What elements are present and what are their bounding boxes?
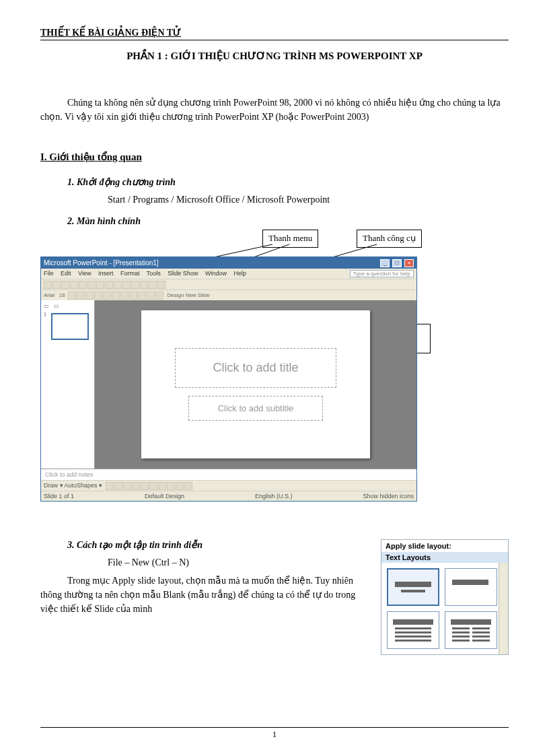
align-center-icon[interactable] xyxy=(112,291,120,300)
menu-view[interactable]: View xyxy=(78,270,91,277)
menu-window[interactable]: Window xyxy=(205,270,227,277)
intro-paragraph: Chúng ta không nên sử dụng chương trình … xyxy=(40,96,509,124)
font-color-icon[interactable] xyxy=(155,291,163,300)
layout-title-only[interactable] xyxy=(445,568,497,606)
menu-file[interactable]: File xyxy=(44,270,54,277)
ppt-menubar[interactable]: File Edit View Insert Format Tools Slide… xyxy=(41,269,416,279)
menu-insert[interactable]: Insert xyxy=(98,270,114,277)
wordart-icon[interactable] xyxy=(149,482,157,490)
page-number: 1 xyxy=(272,729,277,739)
status-hidden-icons[interactable]: Show hidden icons xyxy=(363,493,414,500)
spell-icon[interactable] xyxy=(87,281,96,289)
title-placeholder[interactable]: Click to add title xyxy=(175,348,336,388)
save-icon[interactable] xyxy=(61,281,69,289)
slide-layout-pane[interactable]: Apply slide layout: Text Layouts xyxy=(381,539,509,655)
page-footer: 1 xyxy=(40,727,509,740)
menu-edit[interactable]: Edit xyxy=(61,270,71,277)
slide-panel[interactable]: ▭ ▭ 1 xyxy=(41,300,95,469)
standard-toolbar[interactable] xyxy=(41,279,416,289)
linecolor-icon[interactable] xyxy=(176,482,184,490)
open-icon[interactable] xyxy=(52,281,61,289)
font-name-combo[interactable]: Arial xyxy=(44,292,54,298)
layout-title-slide[interactable] xyxy=(387,568,439,606)
document-header: THIẾT KẾ BÀI GIẢNG ĐIỆN TỬ xyxy=(40,27,509,40)
clipart-icon[interactable] xyxy=(158,482,166,490)
minimize-icon[interactable]: _ xyxy=(380,259,390,267)
shadow-icon[interactable] xyxy=(94,291,102,300)
fillcolor-icon[interactable] xyxy=(167,482,175,490)
slide-thumb-number: 1 xyxy=(44,312,46,318)
menu-items[interactable]: File Edit View Insert Format Tools Slide… xyxy=(44,270,252,277)
panel-tabs[interactable]: ▭ ▭ xyxy=(44,303,92,309)
powerpoint-window: Microsoft PowerPoint - [Presentation1] _… xyxy=(40,256,417,502)
layout-category: Text Layouts xyxy=(381,552,508,563)
menu-slideshow[interactable]: Slide Show xyxy=(168,270,198,277)
bullets-icon[interactable] xyxy=(129,291,137,300)
menu-help[interactable]: Help xyxy=(233,270,246,277)
font-increase-icon[interactable] xyxy=(138,291,146,300)
undo-icon[interactable] xyxy=(122,281,131,289)
sub-3-title: 3. Cách tạo một tập tin trình diễn xyxy=(67,539,367,551)
print-icon[interactable] xyxy=(70,281,78,289)
sub-3-paragraph: Trong mục Apply slide layout, chọn mẫu m… xyxy=(40,574,367,616)
callout-toolbar: Thanh công cụ xyxy=(357,230,422,248)
oval-icon[interactable] xyxy=(132,482,140,490)
status-language: English (U.S.) xyxy=(255,493,293,500)
italic-icon[interactable] xyxy=(77,291,85,300)
chart-icon[interactable] xyxy=(140,281,148,289)
subtitle-placeholder[interactable]: Click to add subtitle xyxy=(188,396,323,421)
ppt-title-text: Microsoft PowerPoint - [Presentation1] xyxy=(44,259,159,267)
notes-pane[interactable]: Click to add notes xyxy=(41,469,416,480)
draw-menu[interactable]: Draw ▾ AutoShapes ▾ xyxy=(44,482,102,489)
section-3-row: 3. Cách tạo một tập tin trình diễn File … xyxy=(40,539,509,655)
design-newslide-buttons[interactable]: Design New Slide xyxy=(168,292,210,298)
layout-grid xyxy=(381,563,508,654)
formatting-toolbar[interactable]: Arial 18 Design New Slide xyxy=(41,289,416,300)
line-icon[interactable] xyxy=(106,482,114,490)
table-icon[interactable] xyxy=(149,281,157,289)
help-search-box[interactable]: Type a question for help xyxy=(350,270,414,277)
copy-icon[interactable] xyxy=(105,281,113,289)
fontcolor-icon[interactable] xyxy=(184,482,192,490)
menu-tools[interactable]: Tools xyxy=(147,270,161,277)
sub-1-body: Start / Programs / Microsoft Office / Mi… xyxy=(108,195,509,205)
rect-icon[interactable] xyxy=(123,482,131,490)
arrow-icon[interactable] xyxy=(114,482,122,490)
section-1-title: I. Giới thiệu tổng quan xyxy=(40,151,509,163)
status-design: Default Design xyxy=(145,493,184,500)
align-right-icon[interactable] xyxy=(120,291,129,300)
status-slide-count: Slide 1 of 1 xyxy=(44,493,74,500)
slide-edit-area[interactable]: Click to add title Click to add subtitle xyxy=(95,300,416,469)
maximize-icon[interactable]: □ xyxy=(392,259,402,267)
sub-1-title: 1. Khởi động chương trình xyxy=(67,176,509,188)
layout-title-content[interactable] xyxy=(387,611,439,649)
textbox-icon[interactable] xyxy=(141,482,149,490)
layout-pane-title: Apply slide layout: xyxy=(381,540,508,552)
drawing-toolbar[interactable]: Draw ▾ AutoShapes ▾ xyxy=(41,480,416,491)
window-controls[interactable]: _ □ × xyxy=(379,259,414,267)
font-decrease-icon[interactable] xyxy=(147,291,155,300)
status-bar: Slide 1 of 1 Default Design English (U.S… xyxy=(41,491,416,501)
layout-two-content[interactable] xyxy=(445,611,497,649)
close-icon[interactable]: × xyxy=(404,259,414,267)
cut-icon[interactable] xyxy=(96,281,104,289)
underline-icon[interactable] xyxy=(85,291,94,300)
sub-2-title: 2. Màn hình chính xyxy=(67,216,509,227)
zoom-icon[interactable] xyxy=(157,281,166,289)
ppt-titlebar: Microsoft PowerPoint - [Presentation1] _… xyxy=(41,257,416,269)
redo-icon[interactable] xyxy=(131,281,139,289)
menu-format[interactable]: Format xyxy=(120,270,140,277)
slide-thumbnail[interactable] xyxy=(51,313,89,340)
figure-area: Thanh menu Thanh công cụ Khung hiển thị … xyxy=(40,230,509,519)
current-slide[interactable]: Click to add title Click to add subtitle xyxy=(141,310,370,458)
ppt-body: ▭ ▭ 1 Click to add title Click to add su… xyxy=(41,300,416,469)
part-title: PHẦN 1 : GIỚI THIỆU CHƯƠNG TRÌNH MS POWE… xyxy=(40,50,509,62)
paste-icon[interactable] xyxy=(114,281,122,289)
preview-icon[interactable] xyxy=(79,281,87,289)
font-size-combo[interactable]: 18 xyxy=(59,292,65,298)
align-left-icon[interactable] xyxy=(103,291,111,300)
layout-scrollbar[interactable] xyxy=(499,563,508,654)
bold-icon[interactable] xyxy=(68,291,76,300)
sub-3-body: File – New (Ctrl – N) xyxy=(108,557,367,568)
new-icon[interactable] xyxy=(44,281,52,289)
